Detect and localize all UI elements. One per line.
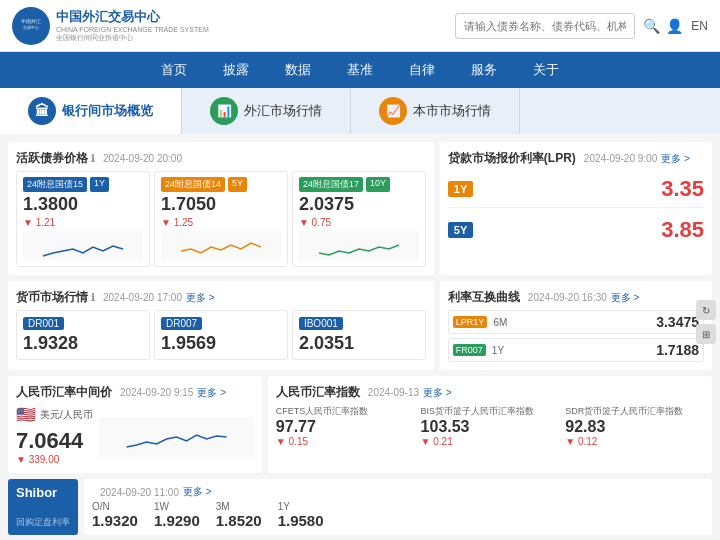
lpr-card-1y: 1Y 3.35 xyxy=(448,171,704,208)
rate-item-fr: FR007 1Y 1.7188 xyxy=(448,338,704,362)
side-grid-icon[interactable]: ⊞ xyxy=(696,324,716,344)
rmb-index-section: 人民币汇率指数 2024-09-13 更多 > CFETS人民币汇率指数 97.… xyxy=(268,376,712,473)
rate-items: LPR1Y 6M 3.3475 FR007 1Y 1.7188 xyxy=(448,310,704,362)
dr007-label: DR007 xyxy=(161,317,202,330)
rmb-mid-title: 人民币汇率中间价 xyxy=(16,384,112,401)
sdr-change: ▼ 0.12 xyxy=(565,436,704,447)
money-title: 货币市场行情 ℹ xyxy=(16,289,95,306)
nav-item-首页[interactable]: 首页 xyxy=(143,52,205,88)
money-card-dr007: DR007 1.9569 xyxy=(154,310,288,360)
rate-more[interactable]: 更多 > xyxy=(611,291,640,305)
rmb-mid-content: 🇺🇸 美元/人民币 7.0644 ▼ 339.00 xyxy=(16,405,254,465)
row-shibor: Shibor 回购定盘利率 2024-09-20 11:00 更多 > O/N … xyxy=(8,479,712,535)
lpr-header: 贷款市场报价利率(LPR) 2024-09-20 9:00 更多 > xyxy=(448,150,704,167)
bond2-change: ▼ 1.25 xyxy=(161,217,281,228)
flag-icon: 🇺🇸 xyxy=(16,405,36,424)
lpr-5y-value: 3.85 xyxy=(661,217,704,243)
side-refresh-icon[interactable]: ↻ xyxy=(696,300,716,320)
shibor-3m-period: 3M xyxy=(216,501,262,512)
bond3-value: 2.0375 xyxy=(299,194,419,215)
lpr-card-5y: 5Y 3.85 xyxy=(448,212,704,248)
ibo001-label: IBO001 xyxy=(299,317,343,330)
cfets-change: ▼ 0.15 xyxy=(276,436,415,447)
rate-time: 2024-09-20 16:30 xyxy=(528,292,607,303)
rate-fr-tag: FR007 xyxy=(453,344,486,356)
shibor-3m-value: 1.8520 xyxy=(216,512,262,529)
bond-header: 活跃债券价格 ℹ 2024-09-20 20:00 xyxy=(16,150,426,167)
bond1-term: 1Y xyxy=(90,177,109,192)
rmb-index-cards: CFETS人民币汇率指数 97.77 ▼ 0.15 BIS货币篮子人民币汇率指数… xyxy=(276,405,704,447)
cfets-label: CFETS人民币汇率指数 xyxy=(276,405,415,418)
lpr-1y-value: 3.35 xyxy=(661,176,704,202)
svg-text:交易中心: 交易中心 xyxy=(23,25,39,30)
search-icon[interactable]: 🔍 xyxy=(643,18,660,34)
main-nav: 首页披露数据基准自律服务关于 xyxy=(0,52,720,88)
sdr-label: SDR货币篮子人民币汇率指数 xyxy=(565,405,704,418)
index-card-cfets: CFETS人民币汇率指数 97.77 ▼ 0.15 xyxy=(276,405,415,447)
shibor-on: O/N 1.9320 xyxy=(92,501,138,529)
dr007-value: 1.9569 xyxy=(161,333,281,354)
lpr-section: 贷款市场报价利率(LPR) 2024-09-20 9:00 更多 > 1Y 3.… xyxy=(440,142,712,275)
rmb-index-more[interactable]: 更多 > xyxy=(423,386,452,400)
rmb-index-time: 2024-09-13 xyxy=(368,387,419,398)
search-icons: 🔍 👤 xyxy=(643,18,683,34)
bond2-term: 5Y xyxy=(228,177,247,192)
side-icons: ↻ ⊞ xyxy=(696,300,716,344)
search-bar: 🔍 👤 EN xyxy=(455,13,708,39)
tab-local[interactable]: 📈 本市市场行情 xyxy=(351,88,520,134)
bond3-chart xyxy=(299,231,419,261)
row-bond-lpr: 活跃债券价格 ℹ 2024-09-20 20:00 24附息国债15 1Y 1.… xyxy=(8,142,712,275)
bond1-change: ▼ 1.21 xyxy=(23,217,143,228)
rmb-mid-section: 人民币汇率中间价 2024-09-20 9:15 更多 > 🇺🇸 美元/人民币 … xyxy=(8,376,262,473)
rmb-mid-value: 7.0644 xyxy=(16,428,93,454)
header: 中国外汇 交易中心 中国外汇交易中心 CHINA FOREIGN EXCHANG… xyxy=(0,0,720,52)
lpr-title: 贷款市场报价利率(LPR) xyxy=(448,150,576,167)
shibor-1y-value: 1.9580 xyxy=(278,512,324,529)
row-rmb: 人民币汇率中间价 2024-09-20 9:15 更多 > 🇺🇸 美元/人民币 … xyxy=(8,376,712,473)
tab-forex[interactable]: 📊 外汇市场行情 xyxy=(182,88,351,134)
shibor-more[interactable]: 更多 > xyxy=(183,485,212,499)
nav-item-服务[interactable]: 服务 xyxy=(453,52,515,88)
tab-local-label: 本市市场行情 xyxy=(413,102,491,120)
bond1-chart xyxy=(23,231,143,261)
nav-item-关于[interactable]: 关于 xyxy=(515,52,577,88)
rmb-currency-label: 美元/人民币 xyxy=(40,408,93,422)
bond-card-2: 24附息国债14 5Y 1.7050 ▼ 1.25 xyxy=(154,171,288,267)
rmb-currency-row: 🇺🇸 美元/人民币 xyxy=(16,405,93,424)
tab-local-icon: 📈 xyxy=(379,97,407,125)
bond3-term: 10Y xyxy=(366,177,390,192)
bond-cards: 24附息国债15 1Y 1.3800 ▼ 1.21 24附息国债14 xyxy=(16,171,426,267)
nav-item-基准[interactable]: 基准 xyxy=(329,52,391,88)
money-cards: DR001 1.9328 DR007 1.9569 IBO001 2.0351 xyxy=(16,310,426,360)
rmb-mid-chart xyxy=(99,417,254,457)
rmb-index-title: 人民币汇率指数 xyxy=(276,384,360,401)
rmb-mid-time: 2024-09-20 9:15 xyxy=(120,387,193,398)
main-content: 活跃债券价格 ℹ 2024-09-20 20:00 24附息国债15 1Y 1.… xyxy=(0,134,720,540)
rmb-mid-change: ▼ 339.00 xyxy=(16,454,93,465)
logo-text: 中国外汇交易中心 CHINA FOREIGN EXCHANGE TRADE SY… xyxy=(56,8,209,43)
bond-time: 2024-09-20 20:00 xyxy=(103,153,182,164)
bond2-chart xyxy=(161,231,281,261)
money-info-icon: ℹ xyxy=(91,292,95,303)
index-card-sdr: SDR货币篮子人民币汇率指数 92.83 ▼ 0.12 xyxy=(565,405,704,447)
shibor-title: Shibor xyxy=(16,485,70,500)
rmb-mid-more[interactable]: 更多 > xyxy=(197,386,226,400)
nav-item-披露[interactable]: 披露 xyxy=(205,52,267,88)
svg-text:中国外汇: 中国外汇 xyxy=(21,18,41,24)
shibor-1w-period: 1W xyxy=(154,501,200,512)
shibor-sub: 回购定盘利率 xyxy=(16,516,70,529)
nav-item-自律[interactable]: 自律 xyxy=(391,52,453,88)
shibor-on-period: O/N xyxy=(92,501,138,512)
money-more[interactable]: 更多 > xyxy=(186,291,215,305)
lang-button[interactable]: EN xyxy=(691,19,708,33)
user-icon[interactable]: 👤 xyxy=(666,18,683,34)
bond-section: 活跃债券价格 ℹ 2024-09-20 20:00 24附息国债15 1Y 1.… xyxy=(8,142,434,275)
tab-bank-icon: 🏛 xyxy=(28,97,56,125)
search-input[interactable] xyxy=(455,13,635,39)
lpr-more[interactable]: 更多 > xyxy=(661,152,690,166)
shibor-header: 2024-09-20 11:00 更多 > xyxy=(92,485,704,499)
tab-interbank[interactable]: 🏛 银行间市场概览 xyxy=(0,88,182,134)
dr001-value: 1.9328 xyxy=(23,333,143,354)
dr001-label: DR001 xyxy=(23,317,64,330)
nav-item-数据[interactable]: 数据 xyxy=(267,52,329,88)
